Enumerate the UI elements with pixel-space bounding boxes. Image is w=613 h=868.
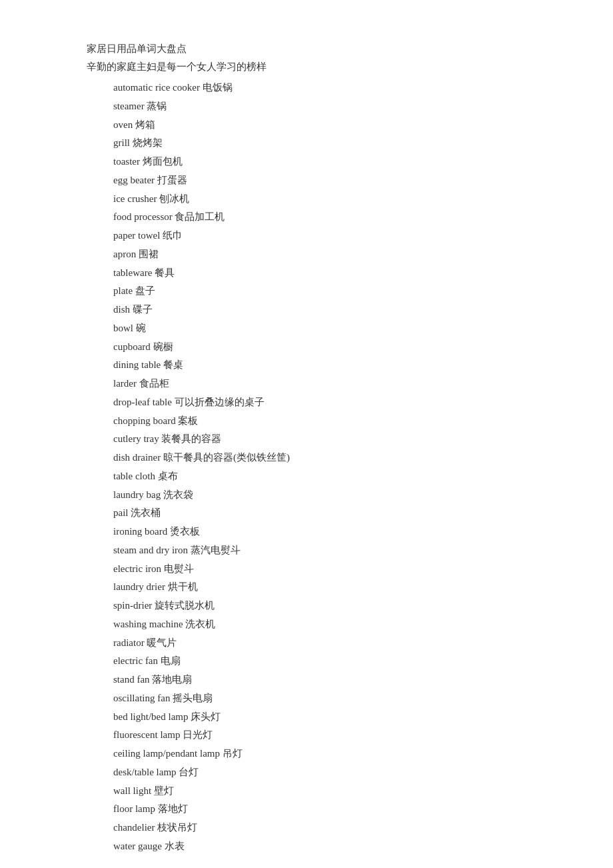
list-item: grill 烧烤架 xyxy=(113,134,613,153)
chinese-translation: 纸巾 xyxy=(163,230,183,241)
chinese-translation: 床头灯 xyxy=(191,711,221,722)
english-term: automatic rice cooker xyxy=(113,82,200,93)
english-term: oscillating fan xyxy=(113,693,170,703)
list-item: electric fan 电扇 xyxy=(113,652,613,671)
english-term: oven xyxy=(113,119,133,130)
english-term: chopping board xyxy=(113,415,176,426)
list-item: cutlery tray 装餐具的容器 xyxy=(113,430,613,449)
english-term: water gauge xyxy=(113,841,162,851)
english-term: stand fan xyxy=(113,674,150,685)
chinese-translation: 烘干机 xyxy=(168,581,198,592)
english-term: tableware xyxy=(113,267,152,278)
chinese-translation: 食品加工机 xyxy=(175,211,225,222)
english-term: laundry bag xyxy=(113,489,161,500)
list-item: cupboard 碗橱 xyxy=(113,338,613,357)
english-term: cupboard xyxy=(113,341,151,352)
chinese-translation: 打蛋器 xyxy=(157,175,187,185)
chinese-translation: 装餐具的容器 xyxy=(161,433,221,444)
list-item: paper towel 纸巾 xyxy=(113,227,613,245)
chinese-translation: 壁灯 xyxy=(154,785,174,796)
chinese-translation: 水表 xyxy=(165,841,185,851)
list-item: fluorescent lamp 日光灯 xyxy=(113,726,613,745)
english-term: table cloth xyxy=(113,471,155,481)
english-term: ironing board xyxy=(113,526,167,537)
chinese-translation: 洗衣机 xyxy=(185,619,215,629)
chinese-translation: 落地电扇 xyxy=(152,674,192,685)
chinese-translation: 食品柜 xyxy=(139,378,169,389)
english-term: larder xyxy=(113,378,137,389)
chinese-translation: 台灯 xyxy=(179,767,199,777)
english-term: dining table xyxy=(113,359,161,370)
chinese-translation: 碗橱 xyxy=(153,341,173,352)
chinese-translation: 枝状吊灯 xyxy=(157,822,197,833)
chinese-translation: 碗 xyxy=(136,323,146,333)
chinese-translation: 烤面包机 xyxy=(143,156,183,167)
list-item: bowl 碗 xyxy=(113,319,613,338)
english-term: steamer xyxy=(113,101,145,111)
list-item: electric iron 电熨斗 xyxy=(113,560,613,579)
english-term: pail xyxy=(113,507,129,518)
subtitle: 辛勤的家庭主妇是每一个女人学习的榜样 xyxy=(87,58,613,76)
chinese-translation: 洗衣袋 xyxy=(163,489,193,500)
english-term: bed light/bed lamp xyxy=(113,711,188,722)
list-item: oven 烤箱 xyxy=(113,116,613,135)
english-term: egg beater xyxy=(113,175,155,185)
main-title: 家居日用品单词大盘点 xyxy=(87,40,613,58)
list-item: steamer 蒸锅 xyxy=(113,97,613,116)
list-item: food processor 食品加工机 xyxy=(113,208,613,227)
chinese-translation: 洗衣桶 xyxy=(131,507,161,518)
list-item: steam and dry iron 蒸汽电熨斗 xyxy=(113,541,613,560)
list-item: ice crusher 刨冰机 xyxy=(113,190,613,209)
english-term: electric fan xyxy=(113,655,158,666)
list-item: water gauge 水表 xyxy=(113,837,613,856)
list-item: desk/table lamp 台灯 xyxy=(113,763,613,782)
chinese-translation: 餐具 xyxy=(155,267,175,278)
english-term: spin-drier xyxy=(113,600,152,611)
chinese-translation: 蒸汽电熨斗 xyxy=(191,545,241,555)
chinese-translation: 摇头电扇 xyxy=(173,693,213,703)
english-term: wall light xyxy=(113,785,151,796)
chinese-translation: 桌布 xyxy=(158,471,178,481)
chinese-translation: 烧烤架 xyxy=(133,137,163,148)
english-term: grill xyxy=(113,137,130,148)
english-term: chandelier xyxy=(113,822,155,833)
list-item: oscillating fan 摇头电扇 xyxy=(113,689,613,708)
english-term: washing machine xyxy=(113,619,183,629)
english-term: dish drainer xyxy=(113,452,161,463)
list-item: automatic rice cooker 电饭锅 xyxy=(113,79,613,97)
list-item: dining table 餐桌 xyxy=(113,356,613,375)
english-term: toaster xyxy=(113,156,140,167)
list-item: laundry drier 烘干机 xyxy=(113,578,613,597)
list-item: wall light 壁灯 xyxy=(113,782,613,801)
list-item: chandelier 枝状吊灯 xyxy=(113,819,613,837)
english-term: laundry drier xyxy=(113,581,165,592)
chinese-translation: 暖气片 xyxy=(147,637,177,648)
chinese-translation: 电饭锅 xyxy=(203,82,233,93)
list-item: bed light/bed lamp 床头灯 xyxy=(113,708,613,727)
chinese-translation: 餐桌 xyxy=(163,359,183,370)
english-term: fluorescent lamp xyxy=(113,729,180,740)
english-term: apron xyxy=(113,249,136,259)
list-item: table cloth 桌布 xyxy=(113,467,613,486)
english-term: ceiling lamp/pendant lamp xyxy=(113,748,220,759)
chinese-translation: 围裙 xyxy=(139,249,159,259)
list-item: laundry bag 洗衣袋 xyxy=(113,486,613,505)
list-item: ceiling lamp/pendant lamp 吊灯 xyxy=(113,745,613,763)
english-term: bowl xyxy=(113,323,133,333)
chinese-translation: 日光灯 xyxy=(183,729,213,740)
chinese-translation: 碟子 xyxy=(133,304,153,315)
vocab-list: automatic rice cooker 电饭锅steamer 蒸锅oven … xyxy=(113,79,613,856)
chinese-translation: 电熨斗 xyxy=(164,563,194,574)
chinese-translation: 可以折叠边缘的桌子 xyxy=(175,397,265,407)
english-term: steam and dry iron xyxy=(113,545,188,555)
chinese-translation: 晾干餐具的容器(类似铁丝筐) xyxy=(163,452,290,463)
chinese-translation: 案板 xyxy=(178,415,198,426)
list-item: radiator 暖气片 xyxy=(113,634,613,653)
english-term: plate xyxy=(113,285,133,296)
list-item: spin-drier 旋转式脱水机 xyxy=(113,597,613,615)
list-item: drop-leaf table 可以折叠边缘的桌子 xyxy=(113,393,613,412)
chinese-translation: 蒸锅 xyxy=(147,101,167,111)
list-item: larder 食品柜 xyxy=(113,375,613,393)
english-term: food processor xyxy=(113,211,173,222)
list-item: toaster 烤面包机 xyxy=(113,153,613,171)
